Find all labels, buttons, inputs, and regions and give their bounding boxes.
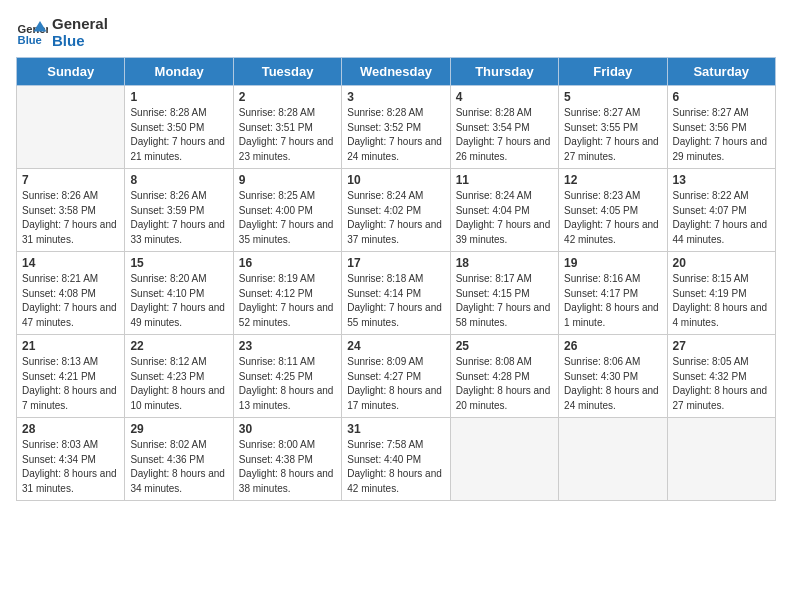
calendar-cell: 22Sunrise: 8:12 AMSunset: 4:23 PMDayligh… (125, 335, 233, 418)
calendar-cell (450, 418, 558, 501)
cell-info: Sunrise: 8:20 AMSunset: 4:10 PMDaylight:… (130, 272, 227, 330)
day-number: 2 (239, 90, 336, 104)
week-row-4: 21Sunrise: 8:13 AMSunset: 4:21 PMDayligh… (17, 335, 776, 418)
cell-info: Sunrise: 8:17 AMSunset: 4:15 PMDaylight:… (456, 272, 553, 330)
day-number: 30 (239, 422, 336, 436)
week-row-1: 1Sunrise: 8:28 AMSunset: 3:50 PMDaylight… (17, 86, 776, 169)
calendar-cell: 9Sunrise: 8:25 AMSunset: 4:00 PMDaylight… (233, 169, 341, 252)
calendar-cell (667, 418, 775, 501)
col-header-sunday: Sunday (17, 58, 125, 86)
calendar-cell: 31Sunrise: 7:58 AMSunset: 4:40 PMDayligh… (342, 418, 450, 501)
calendar-cell: 11Sunrise: 8:24 AMSunset: 4:04 PMDayligh… (450, 169, 558, 252)
calendar-cell: 30Sunrise: 8:00 AMSunset: 4:38 PMDayligh… (233, 418, 341, 501)
day-number: 19 (564, 256, 661, 270)
calendar-cell: 5Sunrise: 8:27 AMSunset: 3:55 PMDaylight… (559, 86, 667, 169)
logo-line1: General (52, 16, 108, 33)
day-number: 7 (22, 173, 119, 187)
cell-info: Sunrise: 8:21 AMSunset: 4:08 PMDaylight:… (22, 272, 119, 330)
cell-info: Sunrise: 8:24 AMSunset: 4:04 PMDaylight:… (456, 189, 553, 247)
cell-info: Sunrise: 8:27 AMSunset: 3:55 PMDaylight:… (564, 106, 661, 164)
day-number: 9 (239, 173, 336, 187)
col-header-saturday: Saturday (667, 58, 775, 86)
day-number: 21 (22, 339, 119, 353)
day-number: 17 (347, 256, 444, 270)
calendar-cell: 24Sunrise: 8:09 AMSunset: 4:27 PMDayligh… (342, 335, 450, 418)
cell-info: Sunrise: 8:28 AMSunset: 3:50 PMDaylight:… (130, 106, 227, 164)
cell-info: Sunrise: 8:28 AMSunset: 3:51 PMDaylight:… (239, 106, 336, 164)
day-number: 12 (564, 173, 661, 187)
day-number: 6 (673, 90, 770, 104)
day-number: 5 (564, 90, 661, 104)
day-number: 16 (239, 256, 336, 270)
calendar-cell: 28Sunrise: 8:03 AMSunset: 4:34 PMDayligh… (17, 418, 125, 501)
calendar-cell: 16Sunrise: 8:19 AMSunset: 4:12 PMDayligh… (233, 252, 341, 335)
cell-info: Sunrise: 8:27 AMSunset: 3:56 PMDaylight:… (673, 106, 770, 164)
calendar-cell: 23Sunrise: 8:11 AMSunset: 4:25 PMDayligh… (233, 335, 341, 418)
calendar-cell: 21Sunrise: 8:13 AMSunset: 4:21 PMDayligh… (17, 335, 125, 418)
calendar-cell: 12Sunrise: 8:23 AMSunset: 4:05 PMDayligh… (559, 169, 667, 252)
calendar-cell: 15Sunrise: 8:20 AMSunset: 4:10 PMDayligh… (125, 252, 233, 335)
day-number: 28 (22, 422, 119, 436)
calendar-cell: 1Sunrise: 8:28 AMSunset: 3:50 PMDaylight… (125, 86, 233, 169)
day-number: 18 (456, 256, 553, 270)
calendar-cell: 4Sunrise: 8:28 AMSunset: 3:54 PMDaylight… (450, 86, 558, 169)
calendar-cell: 26Sunrise: 8:06 AMSunset: 4:30 PMDayligh… (559, 335, 667, 418)
col-header-thursday: Thursday (450, 58, 558, 86)
day-number: 3 (347, 90, 444, 104)
cell-info: Sunrise: 8:19 AMSunset: 4:12 PMDaylight:… (239, 272, 336, 330)
cell-info: Sunrise: 8:26 AMSunset: 3:58 PMDaylight:… (22, 189, 119, 247)
week-row-2: 7Sunrise: 8:26 AMSunset: 3:58 PMDaylight… (17, 169, 776, 252)
day-number: 26 (564, 339, 661, 353)
calendar-cell (17, 86, 125, 169)
calendar-cell: 27Sunrise: 8:05 AMSunset: 4:32 PMDayligh… (667, 335, 775, 418)
cell-info: Sunrise: 8:28 AMSunset: 3:54 PMDaylight:… (456, 106, 553, 164)
cell-info: Sunrise: 8:23 AMSunset: 4:05 PMDaylight:… (564, 189, 661, 247)
week-row-5: 28Sunrise: 8:03 AMSunset: 4:34 PMDayligh… (17, 418, 776, 501)
calendar-cell: 14Sunrise: 8:21 AMSunset: 4:08 PMDayligh… (17, 252, 125, 335)
calendar-cell: 2Sunrise: 8:28 AMSunset: 3:51 PMDaylight… (233, 86, 341, 169)
day-number: 24 (347, 339, 444, 353)
logo: General Blue General Blue (16, 16, 108, 49)
cell-info: Sunrise: 8:26 AMSunset: 3:59 PMDaylight:… (130, 189, 227, 247)
day-number: 1 (130, 90, 227, 104)
cell-info: Sunrise: 8:00 AMSunset: 4:38 PMDaylight:… (239, 438, 336, 496)
calendar-cell: 3Sunrise: 8:28 AMSunset: 3:52 PMDaylight… (342, 86, 450, 169)
logo-icon: General Blue (16, 17, 48, 49)
calendar-cell: 19Sunrise: 8:16 AMSunset: 4:17 PMDayligh… (559, 252, 667, 335)
cell-info: Sunrise: 8:28 AMSunset: 3:52 PMDaylight:… (347, 106, 444, 164)
calendar-cell: 6Sunrise: 8:27 AMSunset: 3:56 PMDaylight… (667, 86, 775, 169)
cell-info: Sunrise: 8:06 AMSunset: 4:30 PMDaylight:… (564, 355, 661, 413)
cell-info: Sunrise: 8:03 AMSunset: 4:34 PMDaylight:… (22, 438, 119, 496)
day-number: 4 (456, 90, 553, 104)
cell-info: Sunrise: 7:58 AMSunset: 4:40 PMDaylight:… (347, 438, 444, 496)
calendar-table: SundayMondayTuesdayWednesdayThursdayFrid… (16, 57, 776, 501)
day-number: 23 (239, 339, 336, 353)
calendar-cell: 8Sunrise: 8:26 AMSunset: 3:59 PMDaylight… (125, 169, 233, 252)
day-number: 15 (130, 256, 227, 270)
day-number: 31 (347, 422, 444, 436)
calendar-cell: 20Sunrise: 8:15 AMSunset: 4:19 PMDayligh… (667, 252, 775, 335)
week-row-3: 14Sunrise: 8:21 AMSunset: 4:08 PMDayligh… (17, 252, 776, 335)
calendar-cell: 25Sunrise: 8:08 AMSunset: 4:28 PMDayligh… (450, 335, 558, 418)
day-number: 22 (130, 339, 227, 353)
cell-info: Sunrise: 8:12 AMSunset: 4:23 PMDaylight:… (130, 355, 227, 413)
cell-info: Sunrise: 8:08 AMSunset: 4:28 PMDaylight:… (456, 355, 553, 413)
cell-info: Sunrise: 8:25 AMSunset: 4:00 PMDaylight:… (239, 189, 336, 247)
cell-info: Sunrise: 8:22 AMSunset: 4:07 PMDaylight:… (673, 189, 770, 247)
cell-info: Sunrise: 8:18 AMSunset: 4:14 PMDaylight:… (347, 272, 444, 330)
day-number: 13 (673, 173, 770, 187)
cell-info: Sunrise: 8:05 AMSunset: 4:32 PMDaylight:… (673, 355, 770, 413)
header-row: SundayMondayTuesdayWednesdayThursdayFrid… (17, 58, 776, 86)
cell-info: Sunrise: 8:11 AMSunset: 4:25 PMDaylight:… (239, 355, 336, 413)
svg-text:Blue: Blue (18, 34, 42, 46)
day-number: 8 (130, 173, 227, 187)
header: General Blue General Blue (16, 16, 776, 49)
day-number: 29 (130, 422, 227, 436)
col-header-tuesday: Tuesday (233, 58, 341, 86)
calendar-cell: 29Sunrise: 8:02 AMSunset: 4:36 PMDayligh… (125, 418, 233, 501)
calendar-cell: 18Sunrise: 8:17 AMSunset: 4:15 PMDayligh… (450, 252, 558, 335)
day-number: 14 (22, 256, 119, 270)
calendar-cell: 7Sunrise: 8:26 AMSunset: 3:58 PMDaylight… (17, 169, 125, 252)
cell-info: Sunrise: 8:09 AMSunset: 4:27 PMDaylight:… (347, 355, 444, 413)
cell-info: Sunrise: 8:02 AMSunset: 4:36 PMDaylight:… (130, 438, 227, 496)
